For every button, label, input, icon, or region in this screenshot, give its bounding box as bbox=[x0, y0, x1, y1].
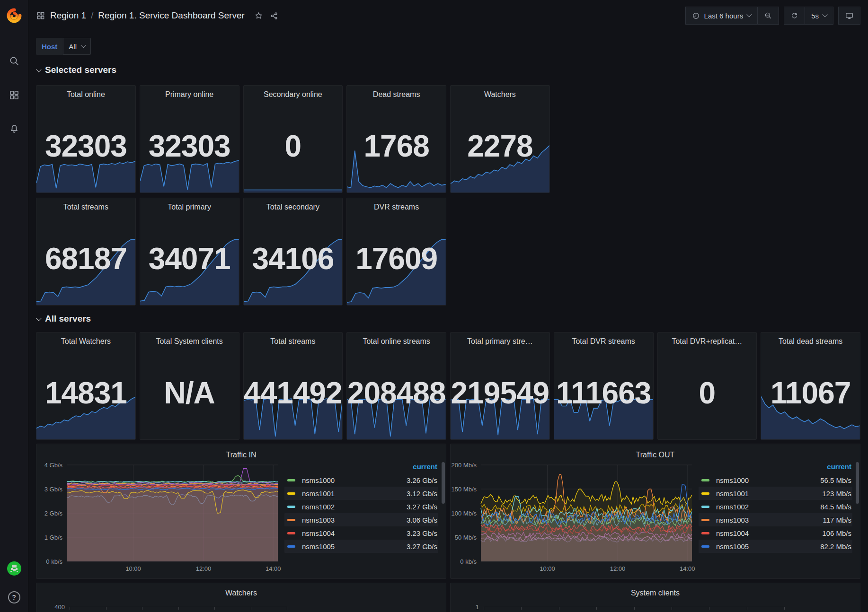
legend-row[interactable]: nsms1005 3.27 Gb/s bbox=[284, 540, 438, 553]
stat-panel: Primary online 32303 bbox=[140, 85, 239, 193]
zoom-out-button[interactable] bbox=[757, 7, 779, 25]
share-icon[interactable] bbox=[270, 11, 279, 20]
svg-text:1 Gb/s: 1 Gb/s bbox=[44, 534, 63, 541]
refresh-interval-label: 5s bbox=[811, 12, 819, 20]
legend-row[interactable]: nsms1003 3.06 Gb/s bbox=[284, 513, 438, 526]
alerts-bell-icon[interactable] bbox=[5, 121, 24, 137]
svg-text:200 Mb/s: 200 Mb/s bbox=[452, 462, 477, 469]
host-variable-value-dropdown[interactable]: All bbox=[63, 38, 91, 55]
svg-text:2 Gb/s: 2 Gb/s bbox=[44, 510, 63, 517]
stat-row-selected-1: Total online 32303 Primary online 32303 … bbox=[36, 85, 860, 193]
stat-panel-title[interactable]: Total streams bbox=[36, 198, 135, 211]
legend-scrollbar[interactable] bbox=[856, 462, 859, 504]
stat-panel-title[interactable]: Secondary online bbox=[244, 86, 343, 99]
series-current-value: 123 Mb/s bbox=[822, 490, 851, 498]
series-color-swatch bbox=[701, 506, 709, 508]
series-name: nsms1001 bbox=[302, 490, 335, 498]
stat-value: 11067 bbox=[761, 378, 860, 408]
bottom-charts-row: Watchers 400 current System clients 1 cu… bbox=[36, 583, 860, 612]
stat-panel-title[interactable]: Total dead streams bbox=[761, 332, 860, 346]
star-icon[interactable] bbox=[254, 11, 263, 20]
clock-icon bbox=[692, 12, 700, 20]
stat-panel-title[interactable]: Total System clients bbox=[140, 332, 239, 346]
refresh-interval-picker[interactable]: 5s bbox=[805, 7, 833, 25]
stat-panel-title[interactable]: Total primary bbox=[140, 198, 239, 211]
legend-row[interactable]: nsms1005 82.2 Mb/s bbox=[699, 540, 852, 553]
tv-mode-icon bbox=[845, 11, 854, 20]
stat-panel-title[interactable]: Total online bbox=[36, 86, 135, 99]
stat-panel: Total streams 68187 bbox=[36, 198, 136, 306]
legend-row[interactable]: nsms1000 3.26 Gb/s bbox=[284, 473, 438, 487]
breadcrumb-dashboard-title[interactable]: Region 1. Service Dashboard Server bbox=[98, 10, 244, 21]
stat-panel-title[interactable]: Total DVR streams bbox=[554, 332, 653, 346]
panel-title[interactable]: Watchers bbox=[36, 583, 446, 597]
stat-panel-title[interactable]: Total primary stre… bbox=[451, 332, 549, 346]
search-icon[interactable] bbox=[5, 53, 24, 69]
legend-row[interactable]: nsms1004 106 Mb/s bbox=[699, 526, 852, 540]
traffic-in-plot[interactable]: 0 kb/s1 Gb/s2 Gb/s3 Gb/s4 Gb/s10:0012:00… bbox=[36, 460, 283, 576]
section-all-servers[interactable]: All servers bbox=[36, 312, 860, 325]
series-color-swatch bbox=[287, 479, 295, 481]
stat-panel-title[interactable]: Dead streams bbox=[347, 86, 446, 99]
stat-row-all-servers: Total Watchers 14831 Total System client… bbox=[36, 332, 860, 440]
series-current-value: 84.5 Mb/s bbox=[820, 503, 851, 511]
stat-panel-title[interactable]: Watchers bbox=[451, 86, 549, 99]
stat-panel-title[interactable]: Total DVR+replicat… bbox=[658, 332, 757, 346]
series-name: nsms1004 bbox=[302, 529, 335, 537]
legend-row[interactable]: nsms1003 117 Mb/s bbox=[699, 513, 852, 526]
panel-title[interactable]: Traffic IN bbox=[36, 446, 446, 459]
stat-panel-title[interactable]: Total online streams bbox=[347, 332, 446, 346]
legend-row[interactable]: nsms1001 123 Mb/s bbox=[699, 487, 852, 500]
section-selected-servers[interactable]: Selected servers bbox=[36, 63, 860, 77]
svg-text:100 Mb/s: 100 Mb/s bbox=[452, 510, 477, 517]
series-color-swatch bbox=[701, 519, 709, 521]
help-icon[interactable]: ? bbox=[8, 591, 20, 603]
stat-value: 34106 bbox=[244, 244, 343, 274]
panel-title[interactable]: System clients bbox=[451, 583, 860, 597]
stat-panel-title[interactable]: Total Watchers bbox=[36, 332, 135, 346]
stat-panel-title[interactable]: Total secondary bbox=[244, 198, 343, 211]
refresh-button[interactable] bbox=[784, 7, 805, 25]
svg-text:150 Mb/s: 150 Mb/s bbox=[452, 486, 477, 493]
stat-panel: Total Watchers 14831 bbox=[36, 332, 136, 440]
grafana-logo[interactable] bbox=[5, 6, 24, 25]
series-current-value: 3.27 Gb/s bbox=[407, 542, 437, 551]
traffic-out-legend: current nsms1000 56.5 Mb/s nsms1001 123 … bbox=[697, 460, 860, 576]
legend-row[interactable]: nsms1002 3.27 Gb/s bbox=[284, 500, 438, 513]
refresh-icon bbox=[790, 12, 798, 20]
legend-row[interactable]: nsms1000 56.5 Mb/s bbox=[699, 473, 852, 487]
stat-value: 219549 bbox=[451, 378, 549, 408]
zoom-out-icon bbox=[764, 11, 772, 20]
time-range-picker[interactable]: Last 6 hours bbox=[685, 7, 758, 25]
stat-value: 34071 bbox=[140, 244, 239, 274]
stat-panel-title[interactable]: Total streams bbox=[244, 332, 343, 346]
series-name: nsms1000 bbox=[302, 476, 335, 484]
stat-panel-title[interactable]: DVR streams bbox=[347, 198, 446, 211]
chevron-down-icon bbox=[746, 11, 752, 17]
stat-panel: Total primary stre… 219549 bbox=[450, 332, 550, 440]
breadcrumb-folder[interactable]: Region 1 bbox=[50, 10, 86, 21]
series-name: nsms1000 bbox=[716, 476, 749, 484]
stat-panel-title[interactable]: Primary online bbox=[140, 86, 239, 99]
series-color-swatch bbox=[287, 506, 295, 508]
dashboards-grid-icon[interactable] bbox=[5, 87, 24, 103]
legend-row[interactable]: nsms1004 3.23 Gb/s bbox=[284, 526, 438, 540]
series-current-value: 3.12 Gb/s bbox=[407, 490, 437, 498]
panel-title[interactable]: Traffic OUT bbox=[451, 446, 860, 459]
system-clients-panel: System clients 1 current bbox=[450, 583, 860, 612]
host-variable-value: All bbox=[69, 43, 77, 51]
traffic-out-plot[interactable]: 0 kb/s50 Mb/s100 Mb/s150 Mb/s200 Mb/s10:… bbox=[451, 460, 697, 576]
series-color-swatch bbox=[287, 492, 295, 495]
svg-text:12:00: 12:00 bbox=[610, 565, 626, 572]
legend-row[interactable]: nsms1001 3.12 Gb/s bbox=[284, 487, 438, 500]
tv-mode-button[interactable] bbox=[838, 7, 860, 25]
legend-row[interactable]: nsms1002 84.5 Mb/s bbox=[699, 500, 852, 513]
legend-scrollbar[interactable] bbox=[442, 462, 445, 504]
collapse-chevron-icon bbox=[36, 67, 41, 72]
series-current-value: 82.2 Mb/s bbox=[820, 542, 851, 551]
user-avatar[interactable] bbox=[7, 561, 22, 578]
stat-value: 68187 bbox=[36, 244, 135, 274]
series-name: nsms1005 bbox=[302, 542, 335, 551]
stat-panel: Total streams 441492 bbox=[243, 332, 343, 440]
refresh-controls: 5s bbox=[784, 7, 833, 25]
